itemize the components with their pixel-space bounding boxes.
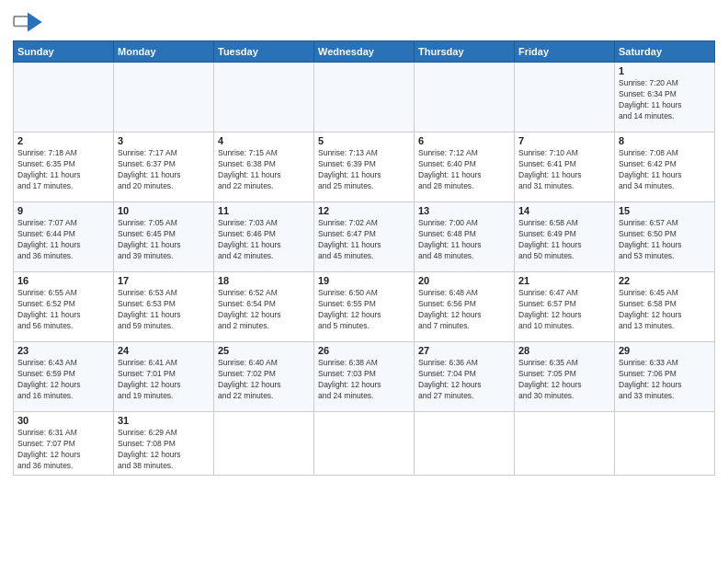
- header-cell-tuesday: Tuesday: [214, 41, 314, 63]
- day-cell: 24Sunrise: 6:41 AM Sunset: 7:01 PM Dayli…: [114, 342, 214, 412]
- day-info: Sunrise: 6:57 AM Sunset: 6:50 PM Dayligh…: [619, 218, 711, 262]
- day-info: Sunrise: 7:20 AM Sunset: 6:34 PM Dayligh…: [619, 78, 711, 122]
- day-number: 26: [318, 345, 410, 356]
- day-cell: 8Sunrise: 7:08 AM Sunset: 6:42 PM Daylig…: [615, 132, 715, 202]
- day-number: 3: [118, 135, 210, 146]
- day-cell: 27Sunrise: 6:36 AM Sunset: 7:04 PM Dayli…: [415, 342, 515, 412]
- day-number: 4: [218, 135, 310, 146]
- logo: [13, 9, 46, 35]
- day-number: 7: [518, 135, 610, 146]
- day-number: 18: [218, 275, 310, 286]
- day-info: Sunrise: 7:17 AM Sunset: 6:37 PM Dayligh…: [118, 148, 210, 192]
- header-cell-saturday: Saturday: [615, 41, 715, 63]
- day-info: Sunrise: 6:58 AM Sunset: 6:49 PM Dayligh…: [518, 218, 610, 262]
- day-number: 24: [118, 345, 210, 356]
- day-cell: 21Sunrise: 6:47 AM Sunset: 6:57 PM Dayli…: [515, 272, 615, 342]
- day-number: 25: [218, 345, 310, 356]
- day-cell: 30Sunrise: 6:31 AM Sunset: 7:07 PM Dayli…: [14, 412, 114, 476]
- day-cell: 20Sunrise: 6:48 AM Sunset: 6:56 PM Dayli…: [415, 272, 515, 342]
- header-cell-wednesday: Wednesday: [314, 41, 415, 63]
- day-number: 20: [418, 275, 510, 286]
- day-cell: 13Sunrise: 7:00 AM Sunset: 6:48 PM Dayli…: [415, 202, 515, 272]
- day-info: Sunrise: 6:31 AM Sunset: 7:07 PM Dayligh…: [17, 428, 109, 472]
- day-info: Sunrise: 7:03 AM Sunset: 6:46 PM Dayligh…: [218, 218, 310, 262]
- calendar-body: 1Sunrise: 7:20 AM Sunset: 6:34 PM Daylig…: [14, 63, 715, 476]
- day-cell: 26Sunrise: 6:38 AM Sunset: 7:03 PM Dayli…: [314, 342, 415, 412]
- day-cell: 11Sunrise: 7:03 AM Sunset: 6:46 PM Dayli…: [214, 202, 314, 272]
- header-cell-thursday: Thursday: [415, 41, 515, 63]
- day-info: Sunrise: 6:40 AM Sunset: 7:02 PM Dayligh…: [218, 358, 310, 402]
- day-cell: 16Sunrise: 6:55 AM Sunset: 6:52 PM Dayli…: [14, 272, 114, 342]
- svg-marker-1: [28, 13, 42, 32]
- day-info: Sunrise: 6:41 AM Sunset: 7:01 PM Dayligh…: [118, 358, 210, 402]
- day-cell: 28Sunrise: 6:35 AM Sunset: 7:05 PM Dayli…: [515, 342, 615, 412]
- day-cell: [314, 63, 415, 132]
- day-number: 11: [218, 205, 310, 216]
- day-info: Sunrise: 7:08 AM Sunset: 6:42 PM Dayligh…: [619, 148, 711, 192]
- week-row-6: 30Sunrise: 6:31 AM Sunset: 7:07 PM Dayli…: [14, 412, 715, 476]
- day-cell: [114, 63, 214, 132]
- day-info: Sunrise: 7:07 AM Sunset: 6:44 PM Dayligh…: [17, 218, 109, 262]
- day-info: Sunrise: 6:47 AM Sunset: 6:57 PM Dayligh…: [518, 288, 610, 332]
- header-cell-friday: Friday: [515, 41, 615, 63]
- day-number: 1: [619, 65, 711, 76]
- day-info: Sunrise: 7:13 AM Sunset: 6:39 PM Dayligh…: [318, 148, 410, 192]
- day-cell: 22Sunrise: 6:45 AM Sunset: 6:58 PM Dayli…: [615, 272, 715, 342]
- header-cell-monday: Monday: [114, 41, 214, 63]
- day-cell: 6Sunrise: 7:12 AM Sunset: 6:40 PM Daylig…: [415, 132, 515, 202]
- day-number: 23: [17, 345, 109, 356]
- day-cell: [314, 412, 415, 476]
- day-cell: 2Sunrise: 7:18 AM Sunset: 6:35 PM Daylig…: [14, 132, 114, 202]
- day-cell: [515, 63, 615, 132]
- day-number: 30: [17, 415, 109, 426]
- day-info: Sunrise: 7:18 AM Sunset: 6:35 PM Dayligh…: [17, 148, 109, 192]
- day-number: 29: [619, 345, 711, 356]
- day-cell: 3Sunrise: 7:17 AM Sunset: 6:37 PM Daylig…: [114, 132, 214, 202]
- day-cell: 5Sunrise: 7:13 AM Sunset: 6:39 PM Daylig…: [314, 132, 415, 202]
- day-number: 22: [619, 275, 711, 286]
- calendar-table: SundayMondayTuesdayWednesdayThursdayFrid…: [13, 40, 715, 476]
- day-cell: 25Sunrise: 6:40 AM Sunset: 7:02 PM Dayli…: [214, 342, 314, 412]
- day-number: 10: [118, 205, 210, 216]
- day-cell: 4Sunrise: 7:15 AM Sunset: 6:38 PM Daylig…: [214, 132, 314, 202]
- day-info: Sunrise: 7:15 AM Sunset: 6:38 PM Dayligh…: [218, 148, 310, 192]
- calendar-header: SundayMondayTuesdayWednesdayThursdayFrid…: [14, 41, 715, 63]
- day-number: 5: [318, 135, 410, 146]
- day-number: 2: [17, 135, 109, 146]
- day-number: 16: [17, 275, 109, 286]
- day-cell: [515, 412, 615, 476]
- page: SundayMondayTuesdayWednesdayThursdayFrid…: [0, 0, 728, 563]
- day-info: Sunrise: 6:36 AM Sunset: 7:04 PM Dayligh…: [418, 358, 510, 402]
- week-row-5: 23Sunrise: 6:43 AM Sunset: 6:59 PM Dayli…: [14, 342, 715, 412]
- week-row-1: 1Sunrise: 7:20 AM Sunset: 6:34 PM Daylig…: [14, 63, 715, 132]
- day-info: Sunrise: 6:50 AM Sunset: 6:55 PM Dayligh…: [318, 288, 410, 332]
- day-info: Sunrise: 6:52 AM Sunset: 6:54 PM Dayligh…: [218, 288, 310, 332]
- day-info: Sunrise: 6:33 AM Sunset: 7:06 PM Dayligh…: [619, 358, 711, 402]
- day-number: 9: [17, 205, 109, 216]
- day-info: Sunrise: 7:05 AM Sunset: 6:45 PM Dayligh…: [118, 218, 210, 262]
- day-number: 8: [619, 135, 711, 146]
- day-number: 14: [518, 205, 610, 216]
- day-info: Sunrise: 7:00 AM Sunset: 6:48 PM Dayligh…: [418, 218, 510, 262]
- day-info: Sunrise: 7:02 AM Sunset: 6:47 PM Dayligh…: [318, 218, 410, 262]
- svg-rect-2: [15, 17, 28, 26]
- day-cell: [415, 412, 515, 476]
- day-number: 31: [118, 415, 210, 426]
- day-number: 17: [118, 275, 210, 286]
- day-cell: [615, 412, 715, 476]
- day-info: Sunrise: 6:45 AM Sunset: 6:58 PM Dayligh…: [619, 288, 711, 332]
- day-info: Sunrise: 6:55 AM Sunset: 6:52 PM Dayligh…: [17, 288, 109, 332]
- day-cell: 15Sunrise: 6:57 AM Sunset: 6:50 PM Dayli…: [615, 202, 715, 272]
- day-number: 12: [318, 205, 410, 216]
- day-info: Sunrise: 6:35 AM Sunset: 7:05 PM Dayligh…: [518, 358, 610, 402]
- day-cell: 14Sunrise: 6:58 AM Sunset: 6:49 PM Dayli…: [515, 202, 615, 272]
- day-cell: 31Sunrise: 6:29 AM Sunset: 7:08 PM Dayli…: [114, 412, 214, 476]
- header-cell-sunday: Sunday: [14, 41, 114, 63]
- day-info: Sunrise: 6:53 AM Sunset: 6:53 PM Dayligh…: [118, 288, 210, 332]
- header: [13, 9, 715, 35]
- day-info: Sunrise: 6:43 AM Sunset: 6:59 PM Dayligh…: [17, 358, 109, 402]
- day-info: Sunrise: 6:29 AM Sunset: 7:08 PM Dayligh…: [118, 428, 210, 472]
- day-cell: 18Sunrise: 6:52 AM Sunset: 6:54 PM Dayli…: [214, 272, 314, 342]
- day-cell: 9Sunrise: 7:07 AM Sunset: 6:44 PM Daylig…: [14, 202, 114, 272]
- week-row-4: 16Sunrise: 6:55 AM Sunset: 6:52 PM Dayli…: [14, 272, 715, 342]
